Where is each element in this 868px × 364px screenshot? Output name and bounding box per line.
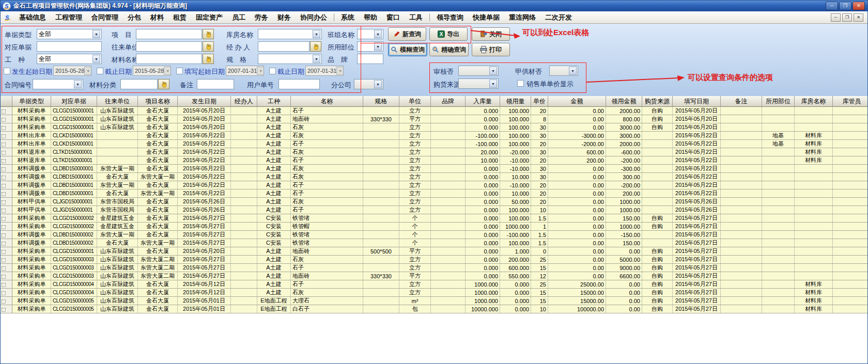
- column-header[interactable]: 发生日期: [178, 96, 231, 107]
- export-button[interactable]: X 导出: [429, 27, 468, 41]
- category-input[interactable]: [120, 79, 158, 89]
- table-row[interactable]: 材料采购单CLCGD150000003山东百脉建筑东营大厦二期2015年05月2…: [1, 256, 868, 264]
- row-selector[interactable]: [1, 198, 12, 206]
- start-date-checkbox[interactable]: [4, 68, 10, 74]
- mdi-minimize-icon[interactable]: ─: [831, 13, 841, 22]
- column-header[interactable]: 工种: [257, 96, 291, 107]
- audit-select[interactable]: ▼: [458, 66, 499, 76]
- fill-start-field[interactable]: 2007-01-31 ▼: [226, 66, 264, 76]
- menu-item[interactable]: 员工: [227, 13, 250, 22]
- menu-item[interactable]: 领导查询: [432, 13, 468, 22]
- row-selector[interactable]: [1, 272, 12, 280]
- column-header[interactable]: 往来单位: [97, 96, 138, 107]
- chevron-down-icon[interactable]: ▼: [336, 67, 344, 75]
- table-row[interactable]: 材料采购单CLCGD150000003山东百脉建筑东营大厦二期2015年05月2…: [1, 272, 868, 280]
- row-selector[interactable]: [1, 165, 12, 173]
- row-selector[interactable]: [1, 289, 12, 297]
- chevron-down-icon[interactable]: ▼: [92, 55, 100, 63]
- handler-picker-button[interactable]: [310, 41, 321, 52]
- row-selector[interactable]: [1, 280, 12, 289]
- row-selector[interactable]: [1, 189, 12, 198]
- row-selector[interactable]: [1, 173, 12, 181]
- material-input[interactable]: [136, 54, 202, 64]
- table-row[interactable]: 材料调拨单CLDBD150000001金石大厦东营大厦一期2015年05月22日…: [1, 189, 868, 198]
- menu-item[interactable]: 二次开发: [540, 13, 577, 22]
- column-header[interactable]: 名称: [291, 96, 363, 107]
- counterparty-picker-button[interactable]: [203, 41, 214, 52]
- menu-item[interactable]: 劳务: [250, 13, 273, 22]
- table-row[interactable]: 材料采购单CLCGD150000001山东百脉建筑金石大厦2015年05月20日…: [1, 123, 868, 132]
- row-selector[interactable]: [1, 132, 12, 140]
- menu-item[interactable]: 材料: [146, 13, 168, 22]
- close-query-button[interactable]: 关闭: [472, 27, 510, 41]
- project-picker-button[interactable]: [203, 29, 214, 39]
- column-header[interactable]: 单据类型: [12, 96, 51, 107]
- owner-supplied-select[interactable]: ▼: [549, 66, 578, 76]
- menu-item[interactable]: 重连网络: [504, 13, 540, 22]
- table-row[interactable]: 材料调拨单CLDBD150000001金石大厦东营大厦一期2015年05月22日…: [1, 173, 868, 181]
- warehouse-select[interactable]: ▼: [258, 29, 322, 39]
- chevron-down-icon[interactable]: ▼: [84, 67, 91, 75]
- chevron-down-icon[interactable]: ▼: [374, 30, 382, 38]
- column-header[interactable]: 库房名称: [795, 96, 833, 107]
- menu-item[interactable]: 分包: [123, 13, 146, 22]
- row-selector[interactable]: [1, 181, 12, 189]
- column-header[interactable]: 购货来源: [642, 96, 673, 107]
- menu-item[interactable]: 协同办公: [296, 13, 332, 22]
- menu-item[interactable]: 窗口: [382, 13, 405, 22]
- column-header[interactable]: 库管员: [833, 96, 868, 107]
- table-row[interactable]: 材料退库单CLTKD150000001金石大厦2015年05月22日A土建石子立…: [1, 156, 868, 165]
- material-picker-button[interactable]: [203, 54, 214, 64]
- team-select[interactable]: ▼: [357, 29, 383, 39]
- chevron-down-icon[interactable]: ▼: [313, 30, 320, 38]
- menu-item[interactable]: 财务: [273, 13, 296, 22]
- chevron-down-icon[interactable]: ▼: [489, 80, 497, 88]
- column-header[interactable]: 品牌: [431, 96, 466, 107]
- column-header[interactable]: 备注: [721, 96, 762, 107]
- table-row[interactable]: 材料调拨单CLDBD150000001东营大厦一期金石大厦2015年05月22日…: [1, 165, 868, 173]
- row-selector[interactable]: [1, 140, 12, 148]
- column-header[interactable]: 项目名称: [138, 96, 178, 107]
- chevron-down-icon[interactable]: ▼: [569, 67, 577, 75]
- table-row[interactable]: 材料出库单CLCKD150000001金石大厦2015年05月22日A土建石灰立…: [1, 132, 868, 140]
- fill-end-field[interactable]: 2007-01-31 ▼: [305, 66, 344, 76]
- ref-doc-input[interactable]: [37, 41, 102, 52]
- print-button[interactable]: 打印: [472, 43, 510, 56]
- menu-item[interactable]: 基础信息: [14, 13, 51, 22]
- table-row[interactable]: 材料采购单CLCGD150000001山东百脉建筑金石大厦2015年05月20日…: [1, 247, 868, 256]
- table-row[interactable]: 材料甲供单CLJGD150000001东营市国税局金石大厦2015年05月26日…: [1, 198, 868, 206]
- row-selector[interactable]: [1, 297, 12, 305]
- work-type-select[interactable]: 全部 ▼: [37, 54, 102, 64]
- row-selector[interactable]: [1, 223, 12, 231]
- project-input[interactable]: [136, 29, 202, 39]
- mdi-restore-icon[interactable]: ❐: [842, 13, 852, 22]
- row-selector[interactable]: [1, 115, 12, 123]
- start-date-field[interactable]: 2015-05-28 ▼: [53, 66, 91, 76]
- table-row[interactable]: 材料采购单CLCGD150000001山东百脉建筑金石大厦2015年05月20日…: [1, 115, 868, 123]
- row-selector[interactable]: [1, 264, 12, 272]
- row-selector[interactable]: [1, 123, 12, 132]
- table-row[interactable]: 材料退库单CLTKD150000001金石大厦2015年05月22日A土建石灰立…: [1, 148, 868, 156]
- minimize-button[interactable]: ─: [826, 2, 838, 10]
- column-header[interactable]: 领用金额: [606, 96, 642, 107]
- menu-item[interactable]: 租赁: [168, 13, 191, 22]
- row-selector[interactable]: [1, 239, 12, 247]
- fuzzy-query-button[interactable]: 模糊查询: [388, 43, 427, 56]
- close-button[interactable]: ✕: [853, 2, 865, 10]
- chevron-down-icon[interactable]: ▼: [92, 30, 100, 38]
- table-row[interactable]: 材料调拨单CLDBD150000002金石大厦东营大厦一期2015年05月27日…: [1, 239, 868, 247]
- end-date-checkbox[interactable]: [97, 68, 103, 74]
- purchase-source-select[interactable]: ▼: [458, 78, 499, 89]
- row-selector[interactable]: [1, 214, 12, 223]
- row-selector[interactable]: [1, 148, 12, 156]
- doc-type-select[interactable]: 全部 ▼: [37, 29, 102, 39]
- chevron-down-icon[interactable]: ▼: [74, 80, 82, 88]
- chevron-down-icon[interactable]: ▼: [374, 80, 382, 88]
- table-row[interactable]: 材料采购单CLCGD150000004山东百脉建筑金石大厦2015年05月12日…: [1, 280, 868, 289]
- row-selector[interactable]: [1, 231, 12, 239]
- table-row[interactable]: 材料出库单CLCKD150000001金石大厦2015年05月22日A土建石子立…: [1, 140, 868, 148]
- end-date-field[interactable]: 2015-05-28 ▼: [133, 66, 171, 76]
- table-row[interactable]: 材料采购单CLCGD150000005山东百脉建筑金石大厦2015年05月01日…: [1, 305, 868, 313]
- user-no-input[interactable]: [278, 79, 320, 89]
- chevron-down-icon[interactable]: ▼: [489, 67, 497, 75]
